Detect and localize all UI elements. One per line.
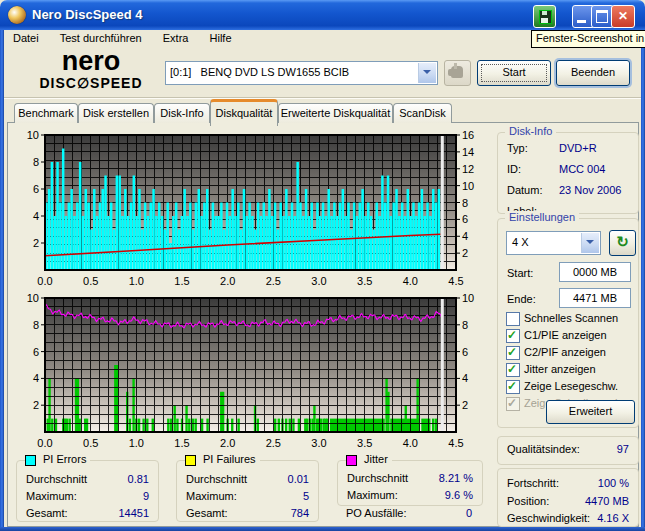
svg-text:8: 8 — [462, 197, 468, 209]
svg-text:4: 4 — [33, 372, 39, 384]
start-button[interactable]: Start — [477, 60, 551, 86]
svg-text:4: 4 — [462, 372, 468, 384]
advanced-button[interactable]: Erweitert — [546, 400, 635, 424]
svg-text:2.0: 2.0 — [220, 275, 235, 287]
titlebar[interactable]: Nero DiscSpeed 4 ✕ — [0, 0, 645, 30]
screenshot-tooltip: Fenster-Screenshot in — [531, 30, 645, 48]
svg-text:3.0: 3.0 — [311, 275, 326, 287]
end-field[interactable] — [559, 288, 631, 308]
drive-selected-value: [0:1] BENQ DVD LS DW1655 BCIB — [170, 66, 349, 78]
disk-info-title: Disk-Info — [505, 125, 556, 137]
floppy-icon — [539, 10, 552, 24]
svg-text:16: 16 — [462, 129, 474, 141]
disk-date-value: 23 Nov 2006 — [559, 184, 621, 196]
speed-selected-value: 4 X — [512, 236, 529, 248]
logo-nero-text: nero — [16, 48, 166, 75]
progress-label: Fortschritt: — [507, 477, 559, 489]
svg-text:0.5: 0.5 — [83, 275, 98, 287]
svg-text:0.0: 0.0 — [37, 275, 52, 287]
po-failures-label: PO Ausfälle: — [346, 507, 407, 519]
menu-test-durchfuehren[interactable]: Test durchführen — [51, 30, 151, 44]
pie-color-swatch — [25, 455, 36, 466]
maximize-icon — [596, 10, 608, 23]
tab-erweiterte-diskqualitaet[interactable]: Erweiterte Diskqualität — [278, 103, 393, 123]
logo-discspeed-text: DISC∅SPEED — [16, 76, 166, 90]
pi-failures-title: PI Failures — [185, 453, 260, 465]
svg-text:1.0: 1.0 — [129, 437, 144, 449]
close-button[interactable]: ✕ — [611, 5, 635, 28]
menu-hilfe[interactable]: Hilfe — [201, 30, 241, 44]
po-failures-row: PO Ausfälle: 0 — [346, 507, 472, 521]
quit-button[interactable]: Beenden — [556, 60, 630, 86]
disk-id-value: MCC 004 — [559, 163, 605, 175]
window-border-left — [0, 30, 4, 531]
svg-text:3.0: 3.0 — [311, 437, 326, 449]
svg-text:0.5: 0.5 — [83, 437, 98, 449]
quality-index-label: Qualitätsindex: — [507, 443, 580, 455]
start-field[interactable] — [559, 262, 631, 282]
tab-disk-info[interactable]: Disk-Info — [154, 103, 210, 123]
chevron-down-icon[interactable] — [418, 63, 436, 83]
menu-extra[interactable]: Extra — [154, 30, 198, 44]
svg-text:4.5: 4.5 — [448, 275, 463, 287]
position-label: Position: — [507, 495, 549, 507]
tab-benchmark[interactable]: Benchmark — [14, 103, 78, 123]
pi-failures-stats-box: PI Failures Durchschnitt0.01 Maximum:5 G… — [176, 460, 319, 522]
checkbox-icon — [506, 380, 520, 394]
speed-select[interactable]: 4 X — [506, 231, 601, 255]
pie-avg-value: 0.81 — [128, 473, 149, 485]
progress-box: Fortschritt:100 % Position:4470 MB Gesch… — [497, 468, 639, 527]
menu-datei[interactable]: Datei — [4, 30, 48, 44]
tab-disk-erstellen[interactable]: Disk erstellen — [78, 103, 154, 123]
pi-errors-title: PI Errors — [25, 453, 90, 465]
progress-value: 100 % — [598, 477, 629, 489]
svg-text:1.0: 1.0 — [129, 275, 144, 287]
refresh-button[interactable]: ↻ — [609, 230, 636, 256]
tab-diskqualitaet[interactable]: Diskqualität — [210, 99, 278, 126]
svg-text:1.5: 1.5 — [174, 275, 189, 287]
pif-avg-label: Durchschnitt — [186, 473, 247, 485]
pie-max-value: 9 — [143, 490, 149, 502]
svg-text:4.0: 4.0 — [403, 437, 418, 449]
jitter-color-swatch — [346, 455, 357, 466]
svg-text:14: 14 — [462, 146, 474, 158]
speed-value: 4.16 X — [597, 512, 629, 524]
nero-discspeed-window: Nero DiscSpeed 4 ✕ Datei Test durchführe… — [0, 0, 645, 531]
svg-text:10: 10 — [462, 180, 474, 192]
svg-text:6: 6 — [33, 183, 39, 195]
tab-scandisk[interactable]: ScanDisk — [393, 103, 452, 123]
position-value: 4470 MB — [585, 495, 629, 507]
svg-text:4: 4 — [33, 210, 39, 222]
svg-text:4: 4 — [462, 230, 468, 242]
drive-select[interactable]: [0:1] BENQ DVD LS DW1655 BCIB — [165, 61, 438, 85]
disk-date-label: Datum: — [507, 184, 542, 196]
po-failures-value: 0 — [466, 507, 472, 519]
screenshot-button[interactable] — [533, 5, 556, 28]
speed-label: Geschwindigkeit: — [507, 512, 590, 524]
svg-text:6: 6 — [462, 346, 468, 358]
svg-text:2: 2 — [33, 399, 39, 411]
svg-text:12: 12 — [462, 163, 474, 175]
chevron-down-icon[interactable] — [581, 233, 599, 253]
jitter-max-label: Maximum: — [347, 489, 398, 501]
pie-total-label: Gesamt: — [26, 507, 68, 519]
svg-text:2: 2 — [462, 247, 468, 259]
settings-group: Einstellungen 4 X ↻ Start: Ende: Schnell… — [497, 218, 639, 428]
svg-text:4.5: 4.5 — [448, 437, 463, 449]
svg-text:10: 10 — [27, 292, 39, 304]
nero-discspeed-logo: nero DISC∅SPEED — [16, 48, 166, 90]
svg-text:2.5: 2.5 — [266, 275, 281, 287]
svg-text:2: 2 — [33, 237, 39, 249]
disk-id-label: ID: — [507, 163, 521, 175]
start-label: Start: — [507, 267, 533, 279]
svg-text:3.5: 3.5 — [357, 275, 372, 287]
pie-total-value: 14451 — [118, 507, 149, 519]
pif-total-label: Gesamt: — [186, 507, 228, 519]
quality-index-box: Qualitätsindex:97 — [497, 436, 639, 465]
svg-text:1.5: 1.5 — [174, 437, 189, 449]
eject-lock-button[interactable] — [444, 60, 471, 86]
app-icon — [8, 6, 26, 24]
jitter-stats-box: Jitter Durchschnitt8.21 % Maximum:9.6 % — [337, 460, 483, 506]
svg-text:6: 6 — [33, 346, 39, 358]
svg-text:10: 10 — [462, 292, 474, 304]
